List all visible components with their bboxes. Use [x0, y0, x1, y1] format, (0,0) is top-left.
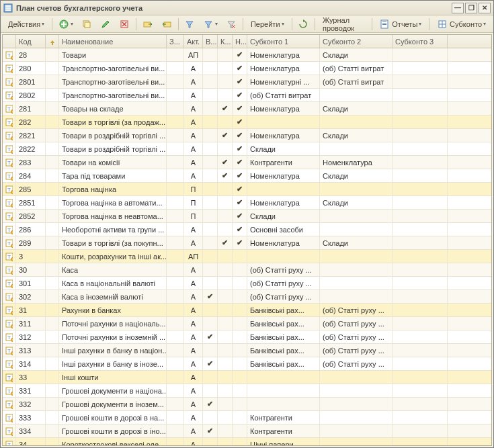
cell-v: ✔ [203, 398, 218, 410]
cell-act: П [184, 183, 203, 195]
table-row[interactable]: T311Поточні рахунки в національ...АБанкі… [3, 317, 491, 330]
table-row[interactable]: T34Короткострокові векселі оде...АЦінні … [3, 438, 491, 445]
header-n[interactable]: Н... [233, 35, 247, 48]
subkonto-menu[interactable]: Субконто▾ [432, 17, 491, 31]
table-row[interactable]: T312Поточні рахунки в іноземній ...А✔Бан… [3, 330, 491, 344]
cell-code: 331 [16, 384, 46, 397]
table-row[interactable]: T333Грошові кошти в дорозі в на...АКонтр… [3, 411, 491, 424]
cell-n: ✔ [233, 183, 247, 195]
cell-name: Інші рахунки в банку в націон... [59, 344, 167, 357]
row-icon: T [3, 277, 16, 289]
cell-sort [46, 62, 59, 75]
filter1-button[interactable] [181, 17, 198, 31]
header-sort-indicator[interactable] [46, 35, 59, 48]
cell-act: П [184, 210, 203, 222]
cell-sub2 [320, 411, 393, 424]
cell-sub3 [393, 183, 448, 195]
table-row[interactable]: T289Товари в торгівлі (за покупн...А✔✔Но… [3, 236, 491, 250]
table-row[interactable]: T30КасаА(об) Статті руху ... [3, 263, 491, 277]
cell-sort [46, 384, 59, 397]
table-row[interactable]: T2802Транспортно-заготівельні ви...А✔(об… [3, 89, 491, 102]
cell-sub3 [393, 384, 448, 397]
header-act[interactable]: Акт. [184, 35, 203, 48]
table-row[interactable]: T281Товары на складеА✔✔НоменклатураСклад… [3, 102, 491, 116]
table-row[interactable]: T28ТовариАП✔НоменклатураСклади [3, 48, 491, 62]
cell-sort [46, 330, 59, 343]
journal-button[interactable]: Журнал проводок [318, 17, 369, 31]
moveout-button[interactable] [139, 17, 157, 31]
navigate-menu[interactable]: Перейти▾ [246, 17, 289, 31]
table-row[interactable]: T314Інші рахунки в банку в інозе...А✔Бан… [3, 357, 491, 371]
table-row[interactable]: T284Тара під товарамиА✔✔НоменклатураСкла… [3, 169, 491, 183]
actions-menu[interactable]: Действия▾ [3, 17, 49, 31]
cell-sub2: Номенклатура [320, 156, 393, 169]
cell-sub1: Номенклатура [247, 62, 320, 75]
refresh-button[interactable] [294, 17, 312, 31]
table-row[interactable]: T2822Товари в роздрібній торгівлі ...А✔С… [3, 142, 491, 156]
header-name[interactable]: Наименование [59, 35, 167, 48]
header-v[interactable]: В... [203, 35, 218, 48]
minimize-button[interactable]: — [452, 3, 464, 13]
maximize-button[interactable]: ❐ [465, 3, 477, 13]
cell-sub3 [393, 223, 448, 236]
table-row[interactable]: T280Транспортно-заготівельні ви...А✔Номе… [3, 62, 491, 75]
table-row[interactable]: T282Товари в торгівлі (за продаж...А✔ [3, 116, 491, 129]
cell-name: Товары на складе [59, 102, 167, 115]
chevron-down-icon: ▾ [71, 21, 73, 27]
add-button[interactable]: ▾ [55, 17, 77, 31]
row-icon: T [3, 210, 16, 222]
filter-clear-button[interactable] [222, 17, 240, 31]
header-icon[interactable] [3, 35, 16, 48]
cell-act: А [184, 116, 203, 128]
cell-n: ✔ [233, 210, 247, 222]
table-row[interactable]: T334Грошові кошти в дорозі в іно...А✔Кон… [3, 424, 491, 438]
header-sub3[interactable]: Субконто 3 [393, 35, 448, 48]
cell-k [218, 62, 233, 75]
close-button[interactable]: ✕ [479, 3, 491, 13]
cell-name: Транспортно-заготівельні ви... [59, 62, 167, 75]
copy-button[interactable] [78, 17, 95, 31]
header-code[interactable]: Код [16, 35, 46, 48]
table-row[interactable]: T286Необоротні активи та групи ...А✔Осно… [3, 223, 491, 236]
table-row[interactable]: T332Грошові документи в інозем...А✔ [3, 398, 491, 411]
header-sub1[interactable]: Субконто 1 [247, 35, 320, 48]
cell-sub2 [320, 277, 393, 289]
navigate-label: Перейти [251, 20, 280, 28]
header-sub2[interactable]: Субконто 2 [320, 35, 393, 48]
edit-button[interactable] [97, 17, 114, 31]
table-row[interactable]: T2851Торгова націнка в автомати...П✔Номе… [3, 196, 491, 210]
table-row[interactable]: T3Кошти, розрахунки та інші ак...АП [3, 250, 491, 263]
filter2-button[interactable]: ▾ [200, 17, 221, 31]
table-row[interactable]: T2801Транспортно-заготівельні ви...А✔Ном… [3, 75, 491, 89]
table-row[interactable]: T2852Торгова націнка в неавтома...П✔Скла… [3, 210, 491, 223]
header-z[interactable]: З... [167, 35, 184, 48]
cell-k [218, 371, 233, 384]
table-row[interactable]: T301Каса в національній валютіА(об) Стат… [3, 277, 491, 290]
cell-n: ✔ [233, 196, 247, 209]
row-icon: T [3, 438, 16, 445]
svg-point-101 [11, 365, 13, 368]
grid-body[interactable]: T28ТовариАП✔НоменклатураСкладиT280Трансп… [3, 48, 491, 445]
cell-z [167, 116, 184, 128]
table-row[interactable]: T2821Товари в роздрібній торгівлі ...А✔✔… [3, 129, 491, 142]
table-row[interactable]: T302Каса в іноземній валютіА✔(об) Статті… [3, 290, 491, 304]
cell-z [167, 277, 184, 289]
table-row[interactable]: T283Товари на комісіїА✔✔КонтрагентиНомен… [3, 156, 491, 169]
cell-z [167, 424, 184, 437]
cell-sort [46, 424, 59, 437]
delete-button[interactable] [116, 17, 133, 31]
table-row[interactable]: T33Інші коштиА [3, 371, 491, 384]
movein-button[interactable] [158, 17, 175, 31]
cell-sub1: Контрагенти [247, 156, 320, 169]
reports-menu[interactable]: Отчеты▾ [374, 17, 426, 31]
header-k[interactable]: К... [218, 35, 233, 48]
svg-text:T: T [7, 267, 11, 273]
table-row[interactable]: T285Торгова націнкаП✔ [3, 183, 491, 196]
table-row[interactable]: T331Грошові документи в націона...А [3, 384, 491, 398]
svg-point-80 [11, 271, 13, 274]
cell-act: А [184, 438, 203, 445]
table-row[interactable]: T313Інші рахунки в банку в націон...АБан… [3, 344, 491, 357]
cell-sort [46, 156, 59, 169]
cell-n [233, 290, 247, 303]
table-row[interactable]: T31Рахунки в банкахАБанківські рах...(об… [3, 304, 491, 317]
